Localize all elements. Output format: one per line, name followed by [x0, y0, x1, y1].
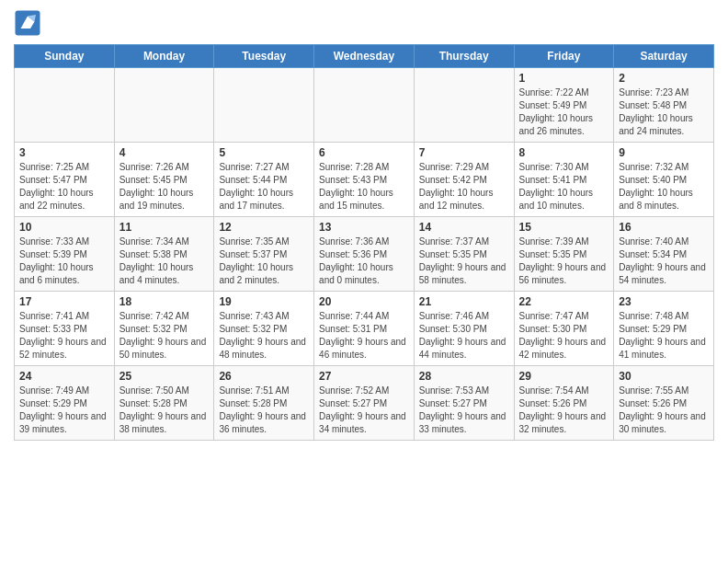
calendar-cell: 13Sunrise: 7:36 AM Sunset: 5:36 PM Dayli… [314, 217, 415, 292]
calendar-cell: 18Sunrise: 7:42 AM Sunset: 5:32 PM Dayli… [114, 292, 214, 366]
day-info: Sunrise: 7:41 AM Sunset: 5:33 PM Dayligh… [19, 310, 109, 362]
calendar-cell: 7Sunrise: 7:29 AM Sunset: 5:42 PM Daylig… [414, 143, 514, 217]
calendar-cell: 26Sunrise: 7:51 AM Sunset: 5:28 PM Dayli… [214, 366, 314, 441]
calendar-header-row: SundayMondayTuesdayWednesdayThursdayFrid… [15, 45, 714, 68]
day-header-tuesday: Tuesday [214, 45, 314, 68]
day-number: 18 [119, 295, 210, 308]
day-info: Sunrise: 7:49 AM Sunset: 5:29 PM Dayligh… [19, 385, 109, 436]
day-info: Sunrise: 7:39 AM Sunset: 5:35 PM Dayligh… [519, 236, 609, 287]
calendar-cell: 6Sunrise: 7:28 AM Sunset: 5:43 PM Daylig… [314, 143, 415, 217]
day-info: Sunrise: 7:50 AM Sunset: 5:28 PM Dayligh… [119, 385, 210, 436]
logo [14, 9, 45, 37]
day-header-wednesday: Wednesday [314, 45, 415, 68]
calendar-cell: 10Sunrise: 7:33 AM Sunset: 5:39 PM Dayli… [15, 217, 115, 292]
day-info: Sunrise: 7:52 AM Sunset: 5:27 PM Dayligh… [319, 385, 409, 436]
calendar-cell: 3Sunrise: 7:25 AM Sunset: 5:47 PM Daylig… [15, 143, 115, 217]
day-number: 6 [319, 146, 409, 159]
day-number: 17 [19, 295, 109, 308]
calendar-cell [15, 68, 115, 143]
day-info: Sunrise: 7:30 AM Sunset: 5:41 PM Dayligh… [519, 161, 609, 213]
day-info: Sunrise: 7:35 AM Sunset: 5:37 PM Dayligh… [219, 236, 309, 287]
calendar-cell: 28Sunrise: 7:53 AM Sunset: 5:27 PM Dayli… [414, 366, 514, 441]
calendar-cell: 29Sunrise: 7:54 AM Sunset: 5:26 PM Dayli… [514, 366, 614, 441]
calendar-cell: 16Sunrise: 7:40 AM Sunset: 5:34 PM Dayli… [614, 217, 714, 292]
calendar-week-1: 1Sunrise: 7:22 AM Sunset: 5:49 PM Daylig… [15, 68, 714, 143]
day-number: 9 [619, 146, 709, 159]
day-number: 29 [519, 370, 609, 383]
calendar-week-5: 24Sunrise: 7:49 AM Sunset: 5:29 PM Dayli… [15, 366, 714, 441]
calendar-cell: 8Sunrise: 7:30 AM Sunset: 5:41 PM Daylig… [514, 143, 614, 217]
day-number: 11 [119, 221, 210, 234]
day-number: 7 [419, 146, 509, 159]
calendar-cell: 1Sunrise: 7:22 AM Sunset: 5:49 PM Daylig… [514, 68, 614, 143]
calendar-cell: 4Sunrise: 7:26 AM Sunset: 5:45 PM Daylig… [114, 143, 214, 217]
calendar-cell [414, 68, 514, 143]
day-number: 30 [619, 370, 709, 383]
day-number: 10 [19, 221, 109, 234]
calendar-week-2: 3Sunrise: 7:25 AM Sunset: 5:47 PM Daylig… [15, 143, 714, 217]
day-number: 13 [319, 221, 409, 234]
day-number: 22 [519, 295, 609, 308]
day-info: Sunrise: 7:51 AM Sunset: 5:28 PM Dayligh… [219, 385, 309, 436]
day-number: 5 [219, 146, 309, 159]
calendar-cell: 2Sunrise: 7:23 AM Sunset: 5:48 PM Daylig… [614, 68, 714, 143]
day-info: Sunrise: 7:33 AM Sunset: 5:39 PM Dayligh… [19, 236, 109, 287]
day-info: Sunrise: 7:36 AM Sunset: 5:36 PM Dayligh… [319, 236, 409, 287]
day-number: 21 [419, 295, 509, 308]
calendar-table: SundayMondayTuesdayWednesdayThursdayFrid… [14, 44, 714, 441]
day-number: 1 [519, 72, 609, 85]
calendar-cell [214, 68, 314, 143]
day-number: 27 [319, 370, 409, 383]
day-info: Sunrise: 7:47 AM Sunset: 5:30 PM Dayligh… [519, 310, 609, 362]
day-info: Sunrise: 7:53 AM Sunset: 5:27 PM Dayligh… [419, 385, 509, 436]
calendar-cell: 30Sunrise: 7:55 AM Sunset: 5:26 PM Dayli… [614, 366, 714, 441]
calendar-cell: 5Sunrise: 7:27 AM Sunset: 5:44 PM Daylig… [214, 143, 314, 217]
day-number: 25 [119, 370, 210, 383]
day-info: Sunrise: 7:40 AM Sunset: 5:34 PM Dayligh… [619, 236, 709, 287]
calendar-cell: 12Sunrise: 7:35 AM Sunset: 5:37 PM Dayli… [214, 217, 314, 292]
day-info: Sunrise: 7:34 AM Sunset: 5:38 PM Dayligh… [119, 236, 210, 287]
day-number: 28 [419, 370, 509, 383]
calendar-cell: 25Sunrise: 7:50 AM Sunset: 5:28 PM Dayli… [114, 366, 214, 441]
calendar-cell: 21Sunrise: 7:46 AM Sunset: 5:30 PM Dayli… [414, 292, 514, 366]
day-number: 3 [19, 146, 109, 159]
day-info: Sunrise: 7:25 AM Sunset: 5:47 PM Dayligh… [19, 161, 109, 213]
logo-icon [14, 9, 41, 37]
day-number: 4 [119, 146, 210, 159]
day-info: Sunrise: 7:43 AM Sunset: 5:32 PM Dayligh… [219, 310, 309, 362]
day-number: 14 [419, 221, 509, 234]
day-info: Sunrise: 7:26 AM Sunset: 5:45 PM Dayligh… [119, 161, 210, 213]
calendar-week-4: 17Sunrise: 7:41 AM Sunset: 5:33 PM Dayli… [15, 292, 714, 366]
day-number: 8 [519, 146, 609, 159]
calendar-week-3: 10Sunrise: 7:33 AM Sunset: 5:39 PM Dayli… [15, 217, 714, 292]
calendar-cell [114, 68, 214, 143]
day-info: Sunrise: 7:54 AM Sunset: 5:26 PM Dayligh… [519, 385, 609, 436]
day-info: Sunrise: 7:27 AM Sunset: 5:44 PM Dayligh… [219, 161, 309, 213]
day-info: Sunrise: 7:29 AM Sunset: 5:42 PM Dayligh… [419, 161, 509, 213]
day-info: Sunrise: 7:37 AM Sunset: 5:35 PM Dayligh… [419, 236, 509, 287]
day-info: Sunrise: 7:28 AM Sunset: 5:43 PM Dayligh… [319, 161, 409, 213]
day-number: 20 [319, 295, 409, 308]
day-header-monday: Monday [114, 45, 214, 68]
calendar-cell: 14Sunrise: 7:37 AM Sunset: 5:35 PM Dayli… [414, 217, 514, 292]
day-info: Sunrise: 7:44 AM Sunset: 5:31 PM Dayligh… [319, 310, 409, 362]
day-header-thursday: Thursday [414, 45, 514, 68]
day-number: 16 [619, 221, 709, 234]
day-header-sunday: Sunday [15, 45, 115, 68]
day-info: Sunrise: 7:32 AM Sunset: 5:40 PM Dayligh… [619, 161, 709, 213]
calendar-cell: 19Sunrise: 7:43 AM Sunset: 5:32 PM Dayli… [214, 292, 314, 366]
page-header [14, 9, 714, 37]
day-info: Sunrise: 7:48 AM Sunset: 5:29 PM Dayligh… [619, 310, 709, 362]
day-info: Sunrise: 7:55 AM Sunset: 5:26 PM Dayligh… [619, 385, 709, 436]
day-info: Sunrise: 7:46 AM Sunset: 5:30 PM Dayligh… [419, 310, 509, 362]
calendar-cell: 9Sunrise: 7:32 AM Sunset: 5:40 PM Daylig… [614, 143, 714, 217]
page-container: SundayMondayTuesdayWednesdayThursdayFrid… [0, 0, 728, 450]
day-info: Sunrise: 7:23 AM Sunset: 5:48 PM Dayligh… [619, 86, 709, 138]
calendar-cell [314, 68, 415, 143]
calendar-cell: 15Sunrise: 7:39 AM Sunset: 5:35 PM Dayli… [514, 217, 614, 292]
day-number: 23 [619, 295, 709, 308]
day-number: 12 [219, 221, 309, 234]
calendar-cell: 23Sunrise: 7:48 AM Sunset: 5:29 PM Dayli… [614, 292, 714, 366]
calendar-cell: 24Sunrise: 7:49 AM Sunset: 5:29 PM Dayli… [15, 366, 115, 441]
calendar-cell: 27Sunrise: 7:52 AM Sunset: 5:27 PM Dayli… [314, 366, 415, 441]
